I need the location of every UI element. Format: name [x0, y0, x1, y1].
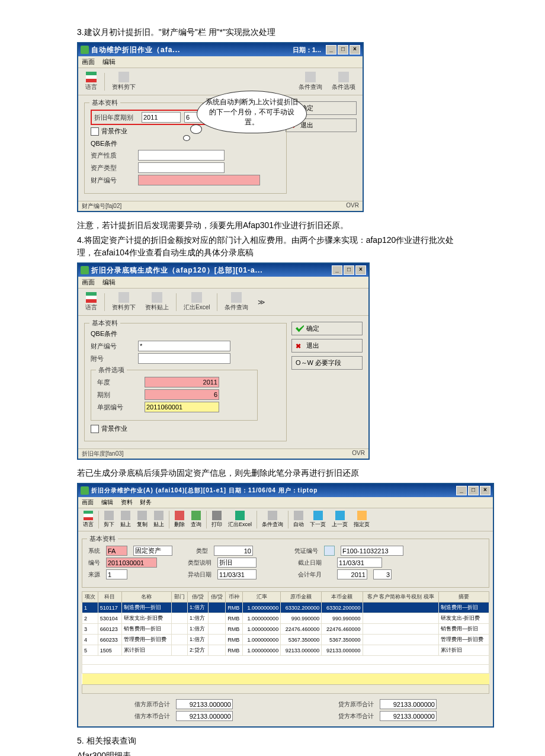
tb-cut-label: 资料剪下: [112, 83, 136, 91]
ok-button[interactable]: 确定: [291, 322, 363, 335]
cell: [172, 624, 188, 635]
tb3-paste[interactable]: 贴上: [118, 511, 133, 528]
max-btn[interactable]: □: [344, 265, 354, 275]
win1-title-left: 自动维护折旧作业（afa...: [91, 45, 293, 55]
tb3-del[interactable]: 删除: [172, 511, 187, 528]
window-buttons: _ □ ×: [456, 486, 490, 495]
group-basic-title: 基本资料: [89, 98, 120, 107]
cell: 销售费用—折旧: [121, 624, 172, 635]
tb-more[interactable]: ≫: [254, 297, 269, 307]
tb-cut[interactable]: 资料剪下: [108, 71, 139, 92]
menu-fin[interactable]: 财务: [140, 499, 152, 505]
menu-view[interactable]: 画面: [82, 278, 95, 286]
bg-checkbox[interactable]: [91, 127, 99, 136]
movedate-input[interactable]: [217, 569, 257, 579]
grid-col: 本币金额: [322, 592, 363, 603]
tb3-cq[interactable]: 条件查询: [259, 511, 286, 528]
l: 上一页: [332, 521, 348, 528]
dr-orig-l: 借方原币合计: [134, 700, 170, 709]
tb-excel-label: 汇出Excel: [184, 303, 210, 312]
cell: [363, 603, 439, 613]
max-btn[interactable]: □: [338, 45, 348, 55]
tb3-lang[interactable]: 语言: [81, 511, 96, 528]
win3-title: 折旧分录维护作业(A) (afai104)[总部][01-e1] 日期：11/0…: [91, 486, 456, 495]
qbe-prop-type[interactable]: [138, 162, 225, 173]
cell: 制造费用—折旧: [439, 603, 489, 613]
min-btn[interactable]: _: [326, 45, 336, 55]
flag-icon: [84, 511, 93, 520]
close-btn[interactable]: ×: [350, 45, 360, 55]
tb-excel[interactable]: 汇出Excel: [180, 291, 213, 313]
l: 贴上: [153, 521, 164, 528]
acctym-y-input[interactable]: [337, 569, 367, 579]
tb-paste[interactable]: 资料贴上: [142, 291, 172, 313]
tb-query[interactable]: 条件查询: [295, 71, 326, 92]
min-btn[interactable]: _: [456, 486, 467, 495]
menu-edit[interactable]: 编辑: [101, 499, 113, 505]
qbe-prop-no[interactable]: [138, 175, 260, 185]
tb3-prev[interactable]: 上一页: [329, 511, 350, 528]
doc-p3: 3.建议月初计提折旧。"财产编号"栏 用"*"实现批次处理: [77, 26, 468, 39]
tb-cond[interactable]: 条件选项: [328, 71, 359, 92]
type-input[interactable]: [214, 546, 253, 556]
typedet-input: [217, 558, 257, 568]
cell: [208, 603, 226, 613]
exit-button[interactable]: ✖退出: [291, 339, 363, 353]
cell: RMB: [226, 603, 243, 613]
entry-grid[interactable]: 项次科目名称部门借/贷借/贷币种汇率原币金额本币金额客户 客户简称单号税别 税率…: [82, 591, 489, 685]
opt-period-input[interactable]: [145, 389, 219, 400]
menu-data[interactable]: 资料: [121, 499, 133, 505]
opt-docno-input[interactable]: [145, 402, 219, 412]
tb3-query[interactable]: 查询: [188, 511, 204, 528]
tb3-goto[interactable]: 指定页: [351, 511, 372, 528]
sys-input[interactable]: [106, 546, 127, 556]
bg-checkbox[interactable]: [91, 425, 99, 433]
fld-att-input[interactable]: [138, 353, 230, 364]
cell: 22476.460000: [281, 624, 322, 635]
status-left: 财产编号[faj02]: [82, 202, 121, 210]
table-row[interactable]: 3660123销售费用—折旧1:借方RMB1.00000000022476.46…: [82, 624, 489, 635]
tb-query[interactable]: 条件查询: [221, 291, 252, 313]
tb3-print[interactable]: 打印: [209, 511, 225, 528]
doc-p5: 5. 相关报表查询: [77, 735, 468, 747]
cell: 管理费用—折旧费: [121, 635, 172, 645]
qbe-prop-nature[interactable]: [138, 150, 225, 161]
table-row[interactable]: 1510117制造费用—折旧1:借方RMB1.00000000063302.20…: [82, 603, 489, 613]
menu-view[interactable]: 画面: [82, 499, 94, 505]
l: 语言: [83, 521, 94, 528]
table-row[interactable]: 2530104研发支出-折旧费1:借方RMB1.000000000990.990…: [82, 613, 489, 624]
speech-bubble: 系统自动判断为上次计提折旧的下一个月份，不可手动设置。: [197, 91, 307, 133]
tb-cut[interactable]: 资料剪下: [108, 291, 139, 313]
src-input[interactable]: [106, 569, 127, 579]
goto-icon: [357, 511, 367, 520]
tb3-excel[interactable]: 汇出Excel: [226, 511, 254, 528]
tb-lang[interactable]: 语言: [82, 71, 101, 92]
tb-lang[interactable]: 语言: [82, 291, 101, 313]
cell: 销售费用—折旧: [439, 624, 489, 635]
fld-prop-input[interactable]: [138, 341, 230, 351]
close-btn[interactable]: ×: [355, 265, 366, 275]
max-btn[interactable]: □: [468, 486, 479, 495]
menu-edit[interactable]: 编辑: [102, 278, 116, 286]
tb3-next[interactable]: 下一页: [307, 511, 328, 528]
min-btn[interactable]: _: [332, 265, 342, 275]
menu-view[interactable]: 画面: [82, 58, 95, 65]
acctym-m-input[interactable]: [373, 569, 392, 579]
menu-edit[interactable]: 编辑: [102, 58, 116, 65]
table-row[interactable]: 4660233管理费用—折旧费1:借方RMB1.0000000005367.35…: [82, 635, 489, 645]
ok-label: 确定: [306, 324, 319, 333]
tb3-cut[interactable]: 剪下: [101, 511, 117, 528]
opt-year-input[interactable]: [145, 377, 219, 387]
table-row[interactable]: 51505累计折旧2:贷方RMB1.00000000092133.0000009…: [82, 645, 489, 656]
must-button[interactable]: O～W 必要字段: [291, 356, 363, 370]
close-btn[interactable]: ×: [480, 486, 490, 495]
voucher-lookup-icon[interactable]: [324, 546, 335, 556]
tb3-paste2[interactable]: 贴上: [151, 511, 166, 528]
voucher-input[interactable]: [341, 546, 403, 556]
grid-scrollbar[interactable]: [82, 684, 489, 694]
cutoff-input[interactable]: [337, 558, 382, 568]
tb3-auto[interactable]: 自动: [291, 511, 306, 528]
year-input[interactable]: [142, 112, 181, 123]
tb3-copy[interactable]: 复制: [134, 511, 150, 528]
no-input[interactable]: [106, 558, 157, 568]
